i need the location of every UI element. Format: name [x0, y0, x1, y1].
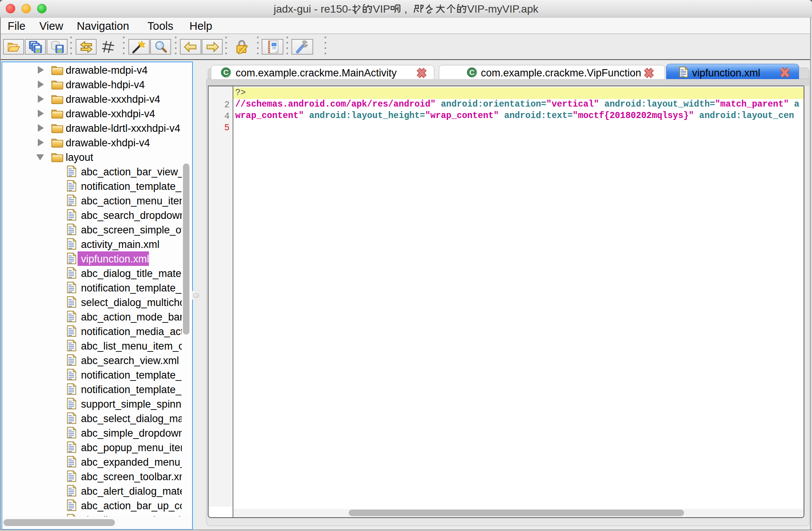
svg-text:C: C — [469, 68, 475, 76]
svg-text:C: C — [223, 68, 229, 76]
